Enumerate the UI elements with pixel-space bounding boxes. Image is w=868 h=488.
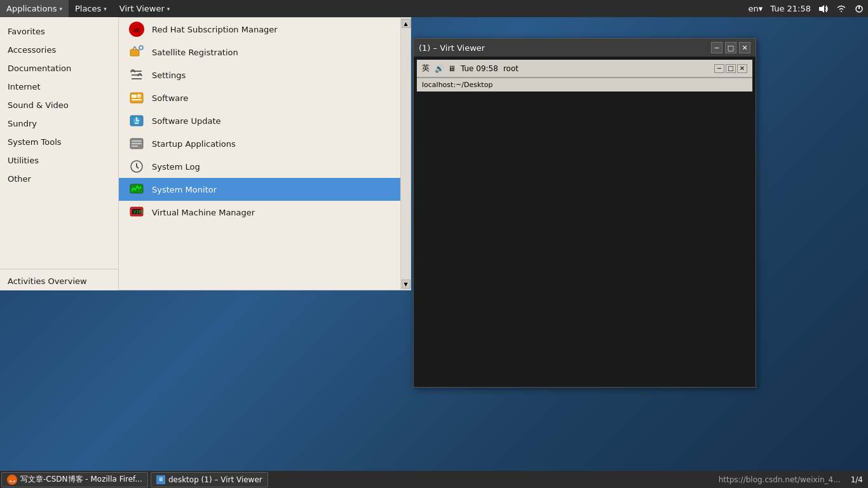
- virt-inner-path: localhost:~/Desktop: [422, 81, 492, 89]
- sidebar-item-documentation[interactable]: Documentation: [0, 59, 118, 78]
- menu-item-software-update-label: Software Update: [152, 116, 221, 126]
- menu-item-software-label: Software: [152, 93, 188, 103]
- virt-maximize-button[interactable]: □: [725, 42, 736, 53]
- menu-item-virtual-machine-manager[interactable]: VIRT Virtual Machine Manager: [119, 201, 410, 224]
- sidebar-item-other[interactable]: Other: [0, 170, 118, 188]
- menu-item-startup-applications[interactable]: Startup Applications: [119, 132, 410, 155]
- sidebar-item-system-tools[interactable]: System Tools: [0, 133, 118, 151]
- satellite-icon: [129, 44, 144, 60]
- places-arrow: ▾: [104, 6, 107, 12]
- redhat-icon: [129, 22, 144, 37]
- settings-icon: [129, 67, 144, 83]
- svg-point-4: [133, 29, 140, 32]
- language-indicator[interactable]: en ▾: [744, 0, 766, 17]
- virt-inner-minimize-button[interactable]: ─: [714, 64, 724, 73]
- virt-minimize-button[interactable]: ─: [711, 42, 722, 53]
- power-icon[interactable]: [850, 0, 868, 17]
- svg-point-27: [136, 166, 137, 167]
- redhat-icon-shape: [129, 22, 144, 37]
- taskbar-virt-label: desktop (1) – Virt Viewer: [168, 475, 262, 484]
- menu-item-settings[interactable]: Settings: [119, 64, 410, 86]
- virt-inner-time: Tue 09:58: [461, 64, 498, 73]
- svg-line-7: [135, 46, 137, 50]
- menu-item-satellite-label: Satellite Registration: [152, 48, 238, 57]
- firefox-icon: 🦊: [7, 475, 17, 485]
- virt-inner-audio-icon: 🔊: [435, 64, 444, 73]
- taskbar-firefox[interactable]: 🦊 写文章-CSDN博客 - Mozilla Firef...: [1, 472, 148, 487]
- sidebar-item-sundry[interactable]: Sundry: [0, 114, 118, 133]
- menu-item-redhat-subscription[interactable]: Red Hat Subscription Manager: [119, 18, 410, 41]
- sidebar-item-accessories[interactable]: Accessories: [0, 41, 118, 59]
- menu-sidebar: Favorites Accessories Documentation Inte…: [0, 17, 119, 290]
- taskbar-virt-viewer[interactable]: 🖥 desktop (1) – Virt Viewer: [151, 472, 268, 487]
- bottom-panel: 🦊 写文章-CSDN博客 - Mozilla Firef... 🖥 deskto…: [0, 471, 868, 488]
- svg-marker-0: [819, 5, 824, 13]
- sidebar-item-sound-video[interactable]: Sound & Video: [0, 96, 118, 114]
- volume-icon[interactable]: [815, 0, 832, 17]
- svg-rect-15: [132, 99, 142, 100]
- taskbar-url: https://blog.csdn.net/weixin_4...: [714, 475, 846, 484]
- scroll-down-button[interactable]: ▼: [402, 280, 410, 288]
- menu-item-satellite-registration[interactable]: Satellite Registration: [119, 41, 410, 64]
- software-update-icon: [129, 113, 144, 128]
- menu-scrollbar: ▲ ▼: [400, 18, 410, 290]
- virt-viewer-button[interactable]: Virt Viewer ▾: [113, 0, 177, 17]
- svg-rect-23: [132, 146, 138, 147]
- sidebar-activities-overview[interactable]: Activities Overview: [0, 272, 118, 290]
- menu-item-system-log[interactable]: System Log: [119, 155, 410, 178]
- virtual-machine-icon: VIRT: [129, 205, 144, 220]
- language-arrow: ▾: [759, 4, 763, 13]
- virt-inner-user: root: [503, 64, 519, 73]
- taskbar-page: 1/4: [846, 475, 868, 484]
- sidebar-wrapper: Favorites Accessories Documentation Inte…: [0, 22, 118, 290]
- system-log-icon: [129, 159, 144, 174]
- menu-item-startup-label: Startup Applications: [152, 139, 236, 149]
- virt-close-button[interactable]: ✕: [739, 42, 750, 53]
- svg-rect-22: [132, 143, 142, 144]
- virt-inner-close-button[interactable]: ✕: [737, 64, 747, 73]
- svg-rect-14: [132, 95, 137, 98]
- applications-label: Applications: [6, 4, 57, 13]
- menu-panel: Red Hat Subscription Manager Satellite R…: [119, 17, 411, 290]
- virt-inner-content: 英 🔊 🖥 Tue 09:58 root ─ □ ✕ localhost:~/D…: [417, 60, 752, 384]
- svg-text:VIRT: VIRT: [133, 210, 144, 215]
- svg-rect-21: [132, 140, 142, 142]
- sidebar-item-utilities[interactable]: Utilities: [0, 151, 118, 170]
- virt-window-controls: ─ □ ✕: [711, 42, 750, 53]
- applications-menu-button[interactable]: Applications ▾: [0, 0, 69, 17]
- menu-item-virt-label: Virtual Machine Manager: [152, 208, 255, 217]
- places-menu-button[interactable]: Places ▾: [69, 0, 113, 17]
- clock[interactable]: Tue 21:58: [766, 0, 815, 17]
- virt-inner-display-icon: 🖥: [448, 64, 456, 73]
- scroll-up-button[interactable]: ▲: [402, 19, 410, 28]
- top-panel: Applications ▾ Places ▾ Virt Viewer ▾ en…: [0, 0, 868, 17]
- startup-applications-icon: [129, 136, 144, 151]
- applications-menu: Favorites Accessories Documentation Inte…: [0, 17, 411, 290]
- menu-item-system-monitor[interactable]: System Monitor: [119, 178, 410, 201]
- sidebar-items-top: Favorites Accessories Documentation Inte…: [0, 22, 118, 269]
- virt-inner-lang: 英: [422, 63, 430, 74]
- language-label: en: [748, 4, 758, 13]
- virt-inner-statusbar: localhost:~/Desktop: [417, 78, 752, 92]
- sidebar-item-internet[interactable]: Internet: [0, 78, 118, 96]
- clock-time: Tue 21:58: [770, 4, 811, 13]
- desktop-icon: 🖥: [156, 475, 165, 484]
- virt-titlebar: (1) – Virt Viewer ─ □ ✕: [414, 39, 756, 57]
- virt-inner-body: [417, 92, 752, 384]
- virt-window-title: (1) – Virt Viewer: [419, 43, 711, 53]
- virt-inner-maximize-button[interactable]: □: [726, 64, 736, 73]
- sidebar-item-favorites[interactable]: Favorites: [0, 22, 118, 41]
- menu-item-software[interactable]: + Software: [119, 86, 410, 109]
- system-monitor-icon: [129, 182, 144, 197]
- wifi-icon[interactable]: [832, 0, 850, 17]
- virt-viewer-arrow: ▾: [167, 6, 170, 12]
- virt-viewer-label: Virt Viewer: [119, 4, 165, 13]
- sidebar-bottom: Activities Overview: [0, 269, 118, 290]
- taskbar-url-text: https://blog.csdn.net/weixin_4...: [719, 475, 841, 484]
- menu-item-software-update[interactable]: Software Update: [119, 109, 410, 132]
- virt-inner-window-controls: ─ □ ✕: [714, 64, 747, 73]
- virt-viewer-window: (1) – Virt Viewer ─ □ ✕ 英 🔊 🖥 Tue 09:58 …: [413, 38, 756, 388]
- taskbar-firefox-label: 写文章-CSDN博客 - Mozilla Firef...: [20, 474, 142, 485]
- panel-left: Applications ▾ Places ▾ Virt Viewer ▾: [0, 0, 176, 17]
- menu-item-settings-label: Settings: [152, 71, 186, 80]
